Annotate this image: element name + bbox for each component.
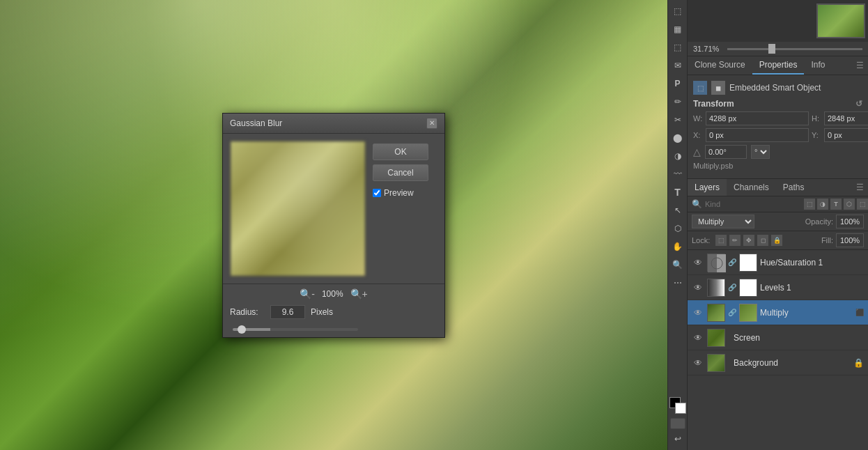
tab-layers[interactable]: Layers bbox=[688, 179, 727, 196]
tab-properties[interactable]: Properties bbox=[752, 56, 805, 75]
lasso-tool[interactable]: ⬚ bbox=[669, 3, 686, 20]
dialog-body: OK Cancel Preview bbox=[223, 134, 444, 284]
x-input[interactable] bbox=[706, 128, 809, 142]
path-select-tool[interactable]: ↖ bbox=[669, 202, 686, 219]
dialog-titlebar: Gaussian Blur ✕ bbox=[223, 114, 444, 134]
h-label: H: bbox=[812, 114, 821, 123]
clone-stamp-tool[interactable]: ✂ bbox=[669, 111, 686, 128]
layers-search-input[interactable] bbox=[705, 200, 801, 208]
filter-type-icon[interactable]: T bbox=[830, 199, 842, 210]
preview-checkbox[interactable] bbox=[373, 189, 381, 197]
layer-visibility-toggle[interactable]: 👁 bbox=[692, 281, 704, 294]
crop-tool[interactable]: ⬚ bbox=[669, 39, 686, 56]
hand-tool[interactable]: ✋ bbox=[669, 238, 686, 255]
zoom-slider[interactable] bbox=[727, 48, 862, 50]
x-label: X: bbox=[693, 131, 703, 139]
zoom-tool[interactable]: 🔍 bbox=[669, 256, 686, 273]
ok-button[interactable]: OK bbox=[373, 143, 428, 160]
y-field-group: Y: bbox=[812, 128, 868, 142]
background-color[interactable] bbox=[675, 403, 686, 414]
layer-chain-icon: 🔗 bbox=[728, 284, 736, 292]
transform-label: Transform bbox=[693, 99, 734, 109]
filter-smart-icon[interactable]: ⬚ bbox=[857, 199, 868, 210]
layers-search-bar: 🔍 ⬚ ◑ T ⬡ ⬚ bbox=[688, 196, 868, 212]
layer-visibility-toggle[interactable]: 👁 bbox=[692, 357, 704, 369]
zoom-out-icon[interactable]: 🔍- bbox=[300, 288, 315, 300]
filename-row: Multiply.psb bbox=[693, 162, 862, 170]
reset-transform-icon[interactable]: ↺ bbox=[855, 99, 862, 109]
radius-slider-row bbox=[230, 323, 437, 333]
dodge-tool[interactable]: ◑ bbox=[669, 148, 686, 164]
screen-mode-button[interactable]: ↩ bbox=[669, 430, 686, 447]
x-field-group: X: bbox=[693, 128, 809, 142]
zoom-in-icon[interactable]: 🔍+ bbox=[350, 288, 368, 300]
tab-channels[interactable]: Channels bbox=[727, 179, 776, 196]
layer-item[interactable]: 👁 Background 🔒 bbox=[688, 350, 868, 375]
width-input[interactable] bbox=[706, 111, 809, 125]
tab-clone-source[interactable]: Clone Source bbox=[688, 56, 752, 75]
layer-thumbnail bbox=[707, 304, 725, 322]
tab-paths[interactable]: Paths bbox=[776, 179, 812, 196]
shape-tool[interactable]: ⬡ bbox=[669, 220, 686, 237]
layer-item[interactable]: 👁 🔗 Hue/Saturation 1 bbox=[688, 250, 868, 275]
lock-transparent-icon[interactable]: ⬚ bbox=[715, 235, 727, 246]
right-panel: 31.71% Clone Source Properties Info ☰ ⬚ … bbox=[687, 0, 868, 450]
layer-item[interactable]: 👁 Screen bbox=[688, 325, 868, 350]
layer-thumbnail bbox=[707, 254, 725, 272]
layer-visibility-toggle[interactable]: 👁 bbox=[692, 256, 704, 269]
healing-tool[interactable]: ⬤ bbox=[669, 130, 686, 146]
smudge-tool[interactable]: 〰 bbox=[669, 166, 686, 183]
filter-shape-icon[interactable]: ⬡ bbox=[844, 199, 855, 210]
angle-unit-select[interactable]: ° bbox=[751, 145, 770, 159]
angle-row: △ ° bbox=[693, 145, 862, 159]
tab-info[interactable]: Info bbox=[804, 56, 832, 75]
layers-menu-button[interactable]: ☰ bbox=[852, 180, 868, 195]
transform-header: Transform ↺ bbox=[693, 99, 862, 109]
layer-visibility-toggle[interactable]: 👁 bbox=[692, 307, 704, 319]
layer-thumbnail bbox=[707, 279, 725, 297]
layer-name: Levels 1 bbox=[760, 283, 864, 293]
filter-pixel-icon[interactable]: ⬚ bbox=[804, 199, 815, 210]
layer-name: Multiply bbox=[760, 308, 853, 318]
height-input[interactable] bbox=[824, 111, 868, 125]
y-label: Y: bbox=[812, 131, 821, 139]
lock-bar: Lock: ⬚ ✏ ✥ ◻ 🔒 Fill: bbox=[688, 231, 868, 250]
angle-input[interactable] bbox=[705, 145, 747, 159]
marquee-tool[interactable]: ▦ bbox=[669, 21, 686, 38]
layer-chain-icon: 🔗 bbox=[728, 258, 736, 267]
layer-item[interactable]: 👁 🔗 Multiply ⬛ bbox=[688, 300, 868, 325]
angle-icon: △ bbox=[693, 146, 701, 157]
lock-all-icon[interactable]: 🔒 bbox=[771, 235, 782, 246]
brush-tool[interactable]: ✏ bbox=[669, 93, 686, 110]
type-tool[interactable]: T bbox=[669, 184, 686, 201]
lock-artboard-icon[interactable]: ◻ bbox=[757, 235, 768, 246]
lock-position-icon[interactable]: ✥ bbox=[743, 235, 754, 246]
height-field-group: H: bbox=[812, 111, 868, 125]
fill-input[interactable] bbox=[836, 233, 864, 247]
lock-image-icon[interactable]: ✏ bbox=[729, 235, 741, 246]
opacity-input[interactable] bbox=[836, 215, 864, 228]
patch-tool[interactable]: ✉ bbox=[669, 57, 686, 74]
radius-slider[interactable] bbox=[233, 328, 358, 331]
dialog-footer: 🔍- 100% 🔍+ Radius: Pixels bbox=[223, 284, 444, 337]
more-tools[interactable]: ⋯ bbox=[669, 274, 686, 291]
y-input[interactable] bbox=[824, 128, 868, 142]
properties-content: ⬚ ◼ Embedded Smart Object Transform ↺ W:… bbox=[688, 75, 868, 178]
layer-thumbnail bbox=[707, 354, 725, 372]
layers-list: 👁 🔗 Hue/Saturation 1 👁 bbox=[688, 250, 868, 450]
filter-adjustment-icon[interactable]: ◑ bbox=[817, 199, 828, 210]
properties-menu-button[interactable]: ☰ bbox=[852, 58, 868, 73]
dialog-close-button[interactable]: ✕ bbox=[426, 118, 437, 129]
document-thumbnail bbox=[816, 3, 865, 38]
layer-name: Screen bbox=[734, 333, 864, 343]
layer-item[interactable]: 👁 🔗 Levels 1 bbox=[688, 275, 868, 300]
blend-mode-select[interactable]: Multiply Normal Screen bbox=[692, 215, 754, 228]
quick-mask-button[interactable] bbox=[670, 418, 685, 429]
layer-visibility-toggle[interactable]: 👁 bbox=[692, 332, 704, 344]
radius-input[interactable] bbox=[270, 305, 305, 319]
pen-tool[interactable]: P bbox=[669, 75, 686, 92]
cancel-button[interactable]: Cancel bbox=[373, 164, 428, 181]
dialog-actions: OK Cancel Preview bbox=[373, 141, 428, 277]
preview-checkbox-label[interactable]: Preview bbox=[373, 188, 428, 198]
blend-mode-bar: Multiply Normal Screen Opacity: bbox=[688, 212, 868, 231]
